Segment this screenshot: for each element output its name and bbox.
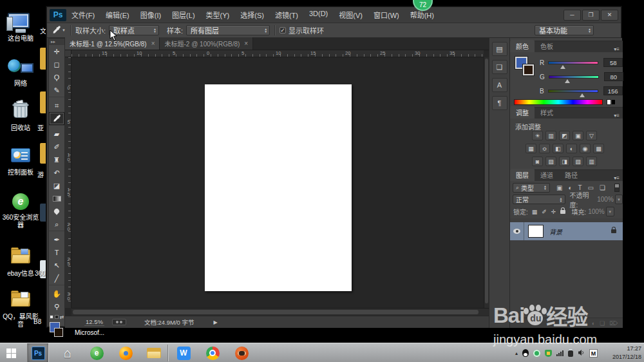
default-colors-icon[interactable]: ⇄ xyxy=(49,313,64,321)
hand-tool[interactable]: ✋ xyxy=(49,287,64,300)
healing-brush-tool[interactable]: ▰ xyxy=(49,128,64,140)
eraser-tool[interactable]: ◪ xyxy=(49,179,64,192)
selective-color-icon[interactable]: ▧ xyxy=(573,157,583,166)
menu-edit[interactable]: 编辑(E) xyxy=(106,10,129,20)
menu-help[interactable]: 帮助(H) xyxy=(410,10,434,20)
fill-arrow-icon[interactable]: ▼ xyxy=(606,207,614,216)
red-value-field[interactable]: 58 xyxy=(603,58,623,67)
black-white-icon[interactable]: ◧ xyxy=(553,144,564,153)
path-selection-tool[interactable]: ↖ xyxy=(49,259,64,272)
lock-all-icon[interactable] xyxy=(560,210,565,214)
eyedropper-icon[interactable] xyxy=(52,26,61,35)
desktop-icon-360-browser[interactable]: e 360安全浏览器 xyxy=(0,192,41,229)
new-layer-icon[interactable]: ❏ xyxy=(600,320,605,327)
blur-tool[interactable] xyxy=(49,205,64,218)
green-value-field[interactable]: 80 xyxy=(604,72,623,81)
curves-icon[interactable]: ◩ xyxy=(559,131,570,140)
tools-panel-collapse-icon[interactable]: ▸▸ xyxy=(49,39,64,45)
tab-layers[interactable]: 图层 xyxy=(510,169,535,181)
brush-tool[interactable]: ✐ xyxy=(49,140,64,153)
menu-3d[interactable]: 3D(D) xyxy=(309,10,328,20)
volume-icon[interactable] xyxy=(578,347,585,359)
menu-filter[interactable]: 滤镜(T) xyxy=(275,10,298,20)
taskbar-clock[interactable]: 17:27 2017/12/18 xyxy=(600,345,641,361)
fill-value[interactable]: 100% xyxy=(588,208,605,215)
scrollbar-thumb[interactable] xyxy=(73,310,478,314)
desktop-icon-control-panel[interactable]: 控制面板 xyxy=(0,146,41,176)
network-signal-icon[interactable] xyxy=(556,350,564,356)
panel-menu-icon[interactable]: ▾≡ xyxy=(614,113,623,119)
tab-close-icon[interactable]: × xyxy=(244,40,248,47)
blue-slider[interactable] xyxy=(548,90,598,93)
clone-stamp-tool[interactable]: ♜ xyxy=(49,153,64,166)
threshold-icon[interactable]: ◨ xyxy=(559,157,570,166)
menu-file[interactable]: 文件(F) xyxy=(71,10,95,20)
taskbar-file-explorer[interactable] xyxy=(143,343,165,362)
paragraph-panel-icon[interactable]: ¶ xyxy=(492,96,507,110)
tab-channels[interactable]: 通道 xyxy=(535,169,559,181)
rectangular-marquee-tool[interactable]: ◻ xyxy=(49,58,64,71)
delete-layer-icon[interactable]: ⌦ xyxy=(609,320,618,327)
desktop-icon-partial[interactable] xyxy=(40,91,46,113)
show-sampling-ring-checkbox[interactable]: ✓ xyxy=(279,27,286,33)
tab-swatches[interactable]: 色板 xyxy=(535,40,559,52)
canvas-viewport[interactable] xyxy=(71,57,484,308)
tab-color[interactable]: 颜色 xyxy=(510,40,535,52)
tab-styles[interactable]: 样式 xyxy=(535,106,559,119)
clone-source-panel-icon[interactable]: ❏ xyxy=(492,60,507,74)
desktop-icon-partial[interactable] xyxy=(40,48,46,70)
desktop-icon-partial[interactable] xyxy=(40,143,46,164)
360-tray-icon[interactable] xyxy=(533,350,540,357)
tab-paths[interactable]: 路径 xyxy=(559,169,583,181)
tool-preset-arrow-icon[interactable]: ▼ xyxy=(62,28,66,32)
device-tray-icon[interactable] xyxy=(568,349,573,357)
menu-window[interactable]: 窗口(W) xyxy=(374,10,399,20)
blend-mode-dropdown[interactable]: 正常 ▲▼ xyxy=(513,195,565,204)
security-tray-icon[interactable] xyxy=(545,350,552,357)
quick-selection-tool[interactable]: ✎ xyxy=(49,84,64,97)
photo-filter-icon[interactable]: ◐ xyxy=(566,144,577,153)
menu-image[interactable]: 图像(I) xyxy=(140,10,161,20)
type-tool[interactable]: T xyxy=(49,246,64,259)
desktop-icon-recycle-bin[interactable]: 回收站 xyxy=(0,100,41,132)
taskbar-chrome[interactable] xyxy=(202,343,223,362)
desktop-icon-this-pc[interactable]: 这台电脑 xyxy=(0,13,41,43)
opacity-arrow-icon[interactable]: ▼ xyxy=(615,195,623,204)
status-menu-arrow-icon[interactable]: ▶ xyxy=(214,319,218,325)
invert-icon[interactable]: ◙ xyxy=(532,157,543,166)
opacity-value[interactable]: 100% xyxy=(597,196,614,203)
gradient-map-icon[interactable]: ▥ xyxy=(586,157,597,166)
tab-adjustments[interactable]: 调整 xyxy=(510,106,535,119)
move-tool[interactable]: ✛ xyxy=(49,45,64,58)
crop-tool[interactable]: ⌗ xyxy=(49,99,64,112)
green-slider[interactable] xyxy=(549,75,599,79)
eyedropper-tool[interactable] xyxy=(49,112,64,125)
scrollbar-thumb[interactable] xyxy=(485,59,488,303)
brush-presets-panel-icon[interactable]: ▤ xyxy=(492,42,507,56)
desktop-icon-partial[interactable] xyxy=(40,204,46,222)
history-brush-tool[interactable]: ↶ xyxy=(49,166,64,179)
color-spectrum-bar[interactable] xyxy=(514,99,603,105)
dodge-tool[interactable]: ⌕ xyxy=(49,218,64,231)
background-color-swatch[interactable] xyxy=(54,328,63,337)
menu-select[interactable]: 选择(S) xyxy=(240,10,264,20)
qq-tray-icon[interactable] xyxy=(522,349,529,357)
desktop-icon-network[interactable]: 网络 xyxy=(0,58,41,88)
document-canvas[interactable] xyxy=(205,84,352,291)
lock-pixels-icon[interactable]: ✐ xyxy=(542,209,547,215)
panel-menu-icon[interactable]: ▾≡ xyxy=(614,175,623,181)
background-color-swatch[interactable] xyxy=(523,64,534,75)
levels-icon[interactable]: ▥ xyxy=(545,131,556,140)
input-method-indicator[interactable]: M xyxy=(589,349,598,357)
taskbar-360-browser[interactable]: e xyxy=(86,343,108,362)
taskbar-home[interactable]: ⌂ xyxy=(57,343,79,362)
blue-value-field[interactable]: 156 xyxy=(603,86,623,95)
taskbar-photoshop[interactable]: Ps xyxy=(27,343,49,362)
maximize-button[interactable]: ❐ xyxy=(582,10,600,21)
zoom-tool[interactable]: ⚲ xyxy=(49,300,64,313)
layer-visibility-toggle[interactable] xyxy=(510,222,524,240)
vertical-scrollbar[interactable] xyxy=(484,57,489,308)
tab-close-icon[interactable]: × xyxy=(151,40,155,47)
close-button[interactable]: ✕ xyxy=(601,10,618,21)
gradient-tool[interactable] xyxy=(49,192,64,205)
